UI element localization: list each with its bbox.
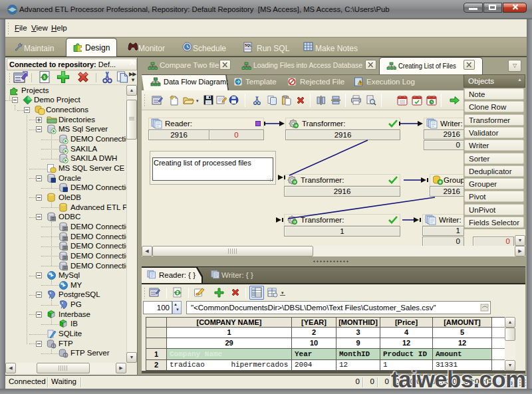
svg-text:SQL: SQL xyxy=(245,43,251,47)
